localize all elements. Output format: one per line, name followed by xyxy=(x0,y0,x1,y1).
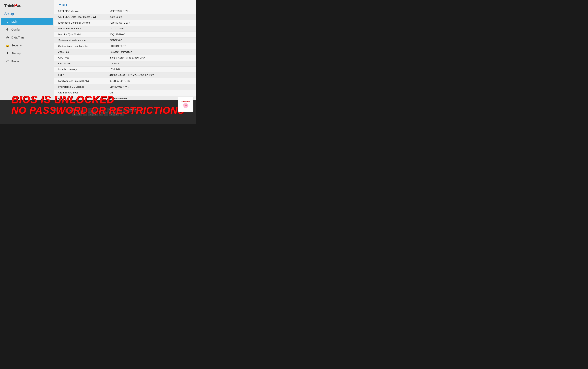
info-key: UUID xyxy=(58,74,110,77)
table-row: System-unit serial number PC1GZK67 xyxy=(54,38,196,43)
clock-icon: ◔ xyxy=(5,36,9,39)
startup-icon: ⬆ xyxy=(5,51,9,55)
info-value: 2022-06-22 xyxy=(110,16,122,19)
table-row: UEFI BIOS Version N2JET99W (1.77 ) xyxy=(54,8,196,14)
config-icon: ⚙ xyxy=(5,28,9,31)
home-icon: ⌂ xyxy=(5,20,9,23)
table-row: Asset Tag No Asset Information xyxy=(54,49,196,55)
info-value: N2JHT33W (1.17 ) xyxy=(110,21,130,24)
info-key: Installed memory xyxy=(58,68,110,71)
table-row: CPU Type Intel(R) Core(TM) i5-8365U CPU xyxy=(54,55,196,61)
info-value: 12.0.92.2145 xyxy=(110,27,124,30)
brand-header: ThinkPad xyxy=(0,0,54,10)
info-key: System-unit serial number xyxy=(58,39,110,42)
sidebar-item-datetime[interactable]: ◔ Date/Time xyxy=(1,34,53,41)
table-row: ME Firmware Version 12.0.92.2145 xyxy=(54,26,196,32)
info-value: 16384MB xyxy=(110,68,120,71)
sidebar-item-config[interactable]: ⚙ Config xyxy=(1,26,53,33)
thinkpadmike-watermark: ThinkPadMike 🌸 xyxy=(178,97,193,112)
table-row: Installed memory 16384MB xyxy=(54,67,196,72)
info-key: Machine Type Model xyxy=(58,33,110,36)
info-key: Preinstalled OS License xyxy=(58,86,110,88)
info-value: N2JET99W (1.77 ) xyxy=(110,10,130,13)
info-key: ME Firmware Version xyxy=(58,27,110,30)
sidebar-item-datetime-label: Date/Time xyxy=(11,36,24,39)
overlay-text-unlocked: BIOS IS UNLOCKED xyxy=(11,94,114,105)
setup-label: Setup xyxy=(0,10,54,18)
sidebar-nav: ⌂ Main ⚙ Config ◔ Date/Time 🔒 Security ⬆… xyxy=(0,18,54,65)
table-row: System board serial number L1HF04E00G7 xyxy=(54,43,196,49)
table-row: UUID 41f886cc-2e72-11b2-a85c-e538cb2cb90… xyxy=(54,72,196,78)
sidebar-item-restart[interactable]: ↺ Restart xyxy=(1,58,53,65)
table-row: Machine Type Model 20Q1S5GM00 xyxy=(54,32,196,38)
info-key: System board serial number xyxy=(58,45,110,48)
lock-icon: 🔒 xyxy=(5,44,9,47)
sidebar-item-security[interactable]: 🔒 Security xyxy=(1,42,53,49)
table-row: CPU Speed 1.600GHz xyxy=(54,61,196,67)
sidebar-item-config-label: Config xyxy=(11,28,20,31)
info-value: On xyxy=(110,91,113,94)
sidebar-item-main[interactable]: ⌂ Main xyxy=(1,18,53,25)
info-key: Embedded Controller Version xyxy=(58,21,110,24)
sidebar-item-startup-label: Startup xyxy=(11,52,21,55)
table-row: Preinstalled OS License SDK0J40697 WIN xyxy=(54,84,196,90)
info-key: UEFI Secure Boot xyxy=(58,91,110,94)
logo-dot: P xyxy=(14,3,17,8)
sidebar-item-main-label: Main xyxy=(11,20,18,23)
info-value: SDK0J40697 WIN xyxy=(110,86,129,88)
info-key: UEFI BIOS Date (Year-Month-Day) xyxy=(58,16,110,19)
info-key: CPU Speed xyxy=(58,62,110,65)
info-value: 00 2B 67 22 7C 1D xyxy=(110,80,130,82)
sidebar-item-startup[interactable]: ⬆ Startup xyxy=(1,50,53,57)
overlay-container: BIOS IS UNLOCKED NO PASSWORD OR RESTRICT… xyxy=(0,94,196,115)
thinkpad-logo: ThinkPad xyxy=(4,3,50,8)
info-key: UEFI BIOS Version xyxy=(58,10,110,13)
table-row: UEFI BIOS Date (Year-Month-Day) 2022-06-… xyxy=(54,14,196,20)
sidebar-item-security-label: Security xyxy=(11,44,22,47)
flower-icon: 🌸 xyxy=(182,103,189,108)
info-key: Asset Tag xyxy=(58,50,110,53)
overlay-text-nopassword: NO PASSWORD OR RESTRICTIONS xyxy=(11,105,184,115)
info-value: Intel(R) Core(TM) i5-8365U CPU xyxy=(110,56,145,59)
restart-icon: ↺ xyxy=(5,60,9,63)
info-value: 20Q1S5GM00 xyxy=(110,33,125,36)
info-value: 41f886cc-2e72-11b2-a85c-e538cb2cb909 xyxy=(110,74,155,77)
info-value: L1HF04E00G7 xyxy=(110,45,126,48)
info-value: 1.600GHz xyxy=(110,62,120,65)
info-key: CPU Type xyxy=(58,56,110,59)
main-title: Main xyxy=(54,0,196,8)
info-value: No Asset Information xyxy=(110,50,132,53)
info-value: PC1GZK67 xyxy=(110,39,122,42)
sidebar-item-restart-label: Restart xyxy=(11,60,21,63)
info-key: MAC Address (Internal LAN) xyxy=(58,80,110,82)
table-row: Embedded Controller Version N2JHT33W (1.… xyxy=(54,20,196,26)
table-row: MAC Address (Internal LAN) 00 2B 67 22 7… xyxy=(54,78,196,84)
